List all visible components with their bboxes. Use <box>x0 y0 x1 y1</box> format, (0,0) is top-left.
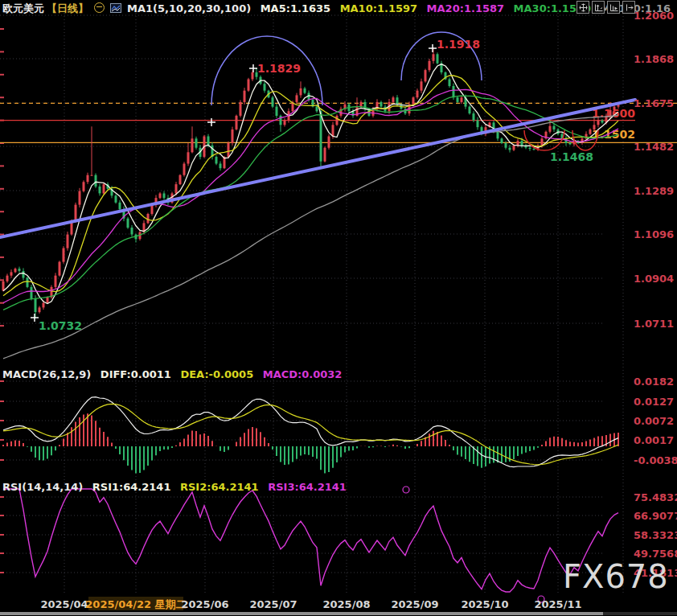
scrollbar-thumb[interactable] <box>0 612 603 615</box>
shift-right-icon[interactable] <box>622 1 635 14</box>
svg-text:1.0711: 1.0711 <box>634 318 674 330</box>
rsi-panel <box>3 489 618 592</box>
macd-diff-value: DIFF:0.0011 <box>101 368 171 380</box>
svg-text:58.3323: 58.3323 <box>634 529 677 541</box>
axis-zoom-up-icon[interactable] <box>592 1 605 14</box>
svg-text:2025/04/22 星期二: 2025/04/22 星期二 <box>85 598 186 610</box>
rsi1-value: RSI1:64.2141 <box>92 481 171 493</box>
svg-text:1.1868: 1.1868 <box>634 53 674 65</box>
svg-text:2025/11: 2025/11 <box>534 598 581 610</box>
rsi-title: RSI(14,14,14) <box>2 481 83 493</box>
svg-text:1.1289: 1.1289 <box>634 185 674 197</box>
svg-text:1.0732: 1.0732 <box>39 319 82 332</box>
svg-text:1.0904: 1.0904 <box>634 273 674 285</box>
ma-group-label: MA1(5,10,20,30,100) <box>127 2 251 14</box>
rsi3-value: RSI3:64.2141 <box>268 481 347 493</box>
crosshair-move-icon[interactable] <box>576 1 589 14</box>
chart-toolbar <box>576 1 635 14</box>
svg-text:0.0017: 0.0017 <box>634 434 674 446</box>
svg-text:66.9077: 66.9077 <box>634 510 677 522</box>
svg-text:1.1918: 1.1918 <box>437 38 480 51</box>
moving-averages-layer <box>3 64 618 359</box>
ma20-value: MA20:1.1587 <box>427 2 504 14</box>
svg-text:2025/09: 2025/09 <box>391 598 438 610</box>
svg-text:2025/07: 2025/07 <box>249 598 297 610</box>
svg-text:1.1468: 1.1468 <box>550 150 593 163</box>
svg-text:0.0072: 0.0072 <box>634 415 674 427</box>
rsi2-value: RSI2:64.2141 <box>180 481 259 493</box>
drawing-tools-layer[interactable] <box>0 32 635 602</box>
svg-text:1.1482: 1.1482 <box>634 141 674 153</box>
svg-text:1.1675: 1.1675 <box>634 97 674 109</box>
svg-text:75.4832: 75.4832 <box>634 491 677 503</box>
macd-panel <box>3 397 618 474</box>
price-chart-canvas[interactable]: 1.16001.15021.18291.19181.07321.14681.20… <box>0 0 677 616</box>
svg-text:2025/08: 2025/08 <box>322 598 370 610</box>
macd-dea-value: DEA:-0.0005 <box>180 368 253 380</box>
axis-play-right-icon[interactable] <box>607 1 620 14</box>
svg-text:1.1829: 1.1829 <box>257 62 301 75</box>
svg-text:-0.0038: -0.0038 <box>634 454 677 466</box>
drawing-anchor <box>403 487 409 493</box>
svg-text:2025/06: 2025/06 <box>181 598 228 610</box>
macd-title: MACD(26,12,9) <box>2 368 91 380</box>
ma5-value: MA5:1.1635 <box>261 2 330 14</box>
macd-header: MACD(26,12,9) DIFF:0.0011 DEA:-0.0005 MA… <box>2 368 347 380</box>
grid-layer <box>0 10 623 595</box>
svg-text:2025/10: 2025/10 <box>461 598 508 610</box>
fx678-watermark: FX678 <box>563 558 669 595</box>
collapse-icon[interactable] <box>94 2 105 13</box>
period-label[interactable]: 【日线】 <box>47 2 88 14</box>
macd-value: MACD:0.0032 <box>263 368 343 380</box>
y-axis-labels: 1.20601.18681.16751.14821.12891.10961.09… <box>634 10 677 579</box>
svg-text:0.0127: 0.0127 <box>634 396 674 408</box>
chart-window: 1.16001.15021.18291.19181.07321.14681.20… <box>0 0 677 616</box>
symbol-name: 欧元美元 <box>2 2 44 14</box>
svg-text:1.1096: 1.1096 <box>634 228 674 240</box>
svg-text:2025/04: 2025/04 <box>40 598 88 610</box>
svg-text:0.0182: 0.0182 <box>634 376 674 388</box>
chart-type-icon[interactable] <box>110 3 121 15</box>
horizontal-scrollbar <box>0 612 677 615</box>
price-annotations: 1.18291.19181.07321.1468 <box>39 38 593 332</box>
rsi-header: RSI(14,14,14) RSI1:64.2141 RSI2:64.2141 … <box>2 481 352 493</box>
main-chart-header: 欧元美元【日线】MA1(5,10,20,30,100) MA5:1.1635 M… <box>2 2 676 16</box>
x-axis-labels: 2025/042025/04/22 星期二2025/062025/072025/… <box>40 597 581 610</box>
ma10-value: MA10:1.1597 <box>340 2 417 14</box>
